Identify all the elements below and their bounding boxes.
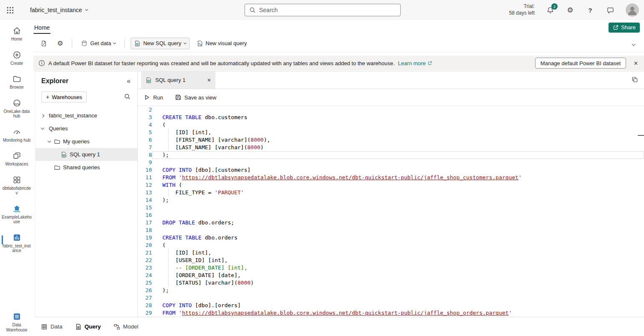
line-number: 10 (138, 166, 152, 174)
save-as-view-button[interactable]: Save as view (175, 94, 217, 101)
code-line-7[interactable]: 7 [LAST_NAME] [varchar](8000) (138, 144, 644, 151)
collapse-explorer-icon[interactable]: « (127, 77, 131, 85)
code-line-12[interactable]: 12WITH ( (138, 181, 644, 189)
chevron-down-icon[interactable] (48, 139, 51, 143)
settings-button[interactable]: ⚙ (566, 5, 575, 15)
code-line-4[interactable]: 4( (138, 121, 644, 129)
nav-rail-item-browse[interactable]: Browse (0, 73, 33, 91)
line-number: 3 (138, 114, 152, 121)
line-number: 28 (138, 302, 152, 309)
nav-rail-item-data-warehouse[interactable]: Data Warehouse (0, 311, 33, 333)
code-line-6[interactable]: 6 [FIRST_NAME] [varchar](8000), (138, 136, 644, 144)
share-icon (613, 25, 619, 31)
tree-item-fabric-test-instance[interactable]: fabric_test_instance (35, 109, 137, 122)
search-input[interactable]: Search (245, 4, 401, 16)
line-code (152, 227, 644, 234)
code-line-16[interactable]: 16 (138, 211, 644, 219)
tab-sql-query-1[interactable]: SQL query 1 ✕ (141, 71, 215, 89)
code-line-10[interactable]: 10COPY INTO [dbo].[customers] (138, 166, 644, 174)
code-line-14[interactable]: 14); (138, 196, 644, 204)
close-tab-icon[interactable]: ✕ (207, 77, 211, 83)
nav-rail-item-monitoring-hub[interactable]: Monitoring hub (0, 126, 33, 144)
learn-more-label: Learn more (398, 60, 426, 66)
tree-item-label: fabric_test_instance (49, 112, 97, 119)
code-line-21[interactable]: 21 [ID] [int], (138, 249, 644, 257)
code-line-19[interactable]: 19CREATE TABLE dbo.orders (138, 234, 644, 242)
nav-rail-item-examplelakehouse[interactable]: ExampleLakehouse (0, 203, 33, 226)
line-code: ); (152, 287, 644, 294)
nav-rail-item-workspaces[interactable]: Workspaces (0, 150, 33, 168)
copy-icon[interactable] (631, 76, 638, 84)
code-line-3[interactable]: 3CREATE TABLE dbo.customers (138, 114, 644, 121)
tree-item-label: Shared queries (63, 164, 100, 171)
scrollbar-mark[interactable] (638, 135, 644, 136)
manage-default-dataset-button[interactable]: Manage default Power BI dataset (535, 58, 626, 69)
tree-item-sql-query-1[interactable]: SQL query 1 (35, 148, 137, 161)
nav-rail-item-onelake-data-hub[interactable]: OneLake data hub (0, 97, 33, 120)
code-line-26[interactable]: 26); (138, 287, 644, 294)
sql-file-icon (145, 77, 152, 84)
learn-more-link[interactable]: Learn more (398, 60, 432, 66)
line-number: 17 (138, 219, 152, 227)
code-line-18[interactable]: 18 (138, 227, 644, 234)
code-line-24[interactable]: 24 [ORDER_DATE] [date], (138, 272, 644, 279)
nav-rail-item-fabric-test-instance[interactable]: fabric_test_instance (0, 232, 33, 255)
add-warehouses-button[interactable]: + Warehouses (41, 92, 87, 102)
code-line-17[interactable]: 17DROP TABLE dbo.orders; (138, 219, 644, 227)
chevron-right-icon[interactable] (41, 114, 44, 117)
code-line-2[interactable]: 2 (138, 106, 644, 114)
line-code: FILE_TYPE = 'PARQUET' (152, 189, 644, 196)
tree-item-shared-queries[interactable]: Shared queries (35, 161, 137, 174)
warehouse-icon (13, 233, 21, 242)
settings-toolbar-button[interactable]: ⚙ (54, 38, 66, 49)
run-icon (144, 94, 150, 101)
collapse-ribbon-button[interactable] (632, 40, 635, 46)
code-line-11[interactable]: 11FROM 'https://dbtlabsynapsedatalake.bl… (138, 174, 644, 181)
run-button[interactable]: Run (144, 94, 163, 101)
tab-home[interactable]: Home (34, 20, 50, 35)
code-line-23[interactable]: 23 -- [ORDER_DATE] [int], (138, 264, 644, 272)
feedback-button[interactable] (606, 5, 615, 15)
code-line-5[interactable]: 5 [ID] [int], (138, 129, 644, 136)
code-line-27[interactable]: 27 (138, 294, 644, 302)
bottom-tab-query[interactable]: Query (75, 323, 101, 330)
code-line-20[interactable]: 20( (138, 242, 644, 249)
nav-rail-label: Browse (10, 85, 23, 90)
tree-item-my-queries[interactable]: My queries (35, 135, 137, 148)
help-button[interactable]: ? (586, 5, 595, 15)
code-line-13[interactable]: 13 FILE_TYPE = 'PARQUET' (138, 189, 644, 196)
line-code: [USER_ID] [int], (152, 257, 644, 264)
code-line-28[interactable]: 28COPY INTO [dbo].[orders] (138, 302, 644, 309)
share-button[interactable]: Share (609, 23, 640, 33)
bottom-tab-data[interactable]: Data (41, 323, 63, 330)
nav-rail-item-home[interactable]: Home (0, 25, 33, 43)
create-icon (13, 51, 21, 59)
notifications-button[interactable]: 2 (546, 5, 555, 15)
banner-close-icon[interactable]: ✕ (634, 60, 638, 66)
code-line-29[interactable]: 29FROM 'https://dbtlabsynapsedatalake.bl… (138, 309, 644, 317)
line-code (152, 159, 644, 166)
nav-rail-item-dbtlabsfabricdev[interactable]: dbtlabsfabricdev (0, 174, 33, 197)
new-sql-query-icon (134, 40, 141, 47)
new-visual-query-button[interactable]: New visual query (194, 38, 250, 49)
get-data-button[interactable]: Get data (78, 38, 119, 49)
line-number: 7 (138, 144, 152, 151)
account-avatar[interactable] (626, 3, 639, 17)
explorer-tree: fabric_test_instanceQueriesMy queriesSQL… (35, 109, 137, 174)
code-line-15[interactable]: 15 (138, 204, 644, 211)
sql-code-editor[interactable]: 23CREATE TABLE dbo.customers4(5 [ID] [in… (138, 106, 644, 317)
code-line-22[interactable]: 22 [USER_ID] [int], (138, 257, 644, 264)
new-sql-query-button[interactable]: New SQL query (131, 38, 189, 49)
gear-icon: ⚙ (567, 7, 573, 14)
nav-rail-item-create[interactable]: Create (0, 49, 33, 67)
explorer-search-icon[interactable] (124, 93, 131, 101)
bottom-tab-model[interactable]: Model (114, 323, 139, 330)
workspace-switcher[interactable]: fabric_test_instance (30, 7, 88, 13)
code-line-25[interactable]: 25 [STATUS] [varchar](8000) (138, 279, 644, 287)
tree-item-queries[interactable]: Queries (35, 122, 137, 135)
code-line-8[interactable]: 8); (138, 151, 644, 159)
waffle-menu-icon[interactable] (0, 0, 20, 20)
code-line-9[interactable]: 9 (138, 159, 644, 166)
chevron-down-icon[interactable] (41, 126, 44, 130)
new-item-button[interactable] (38, 38, 50, 49)
